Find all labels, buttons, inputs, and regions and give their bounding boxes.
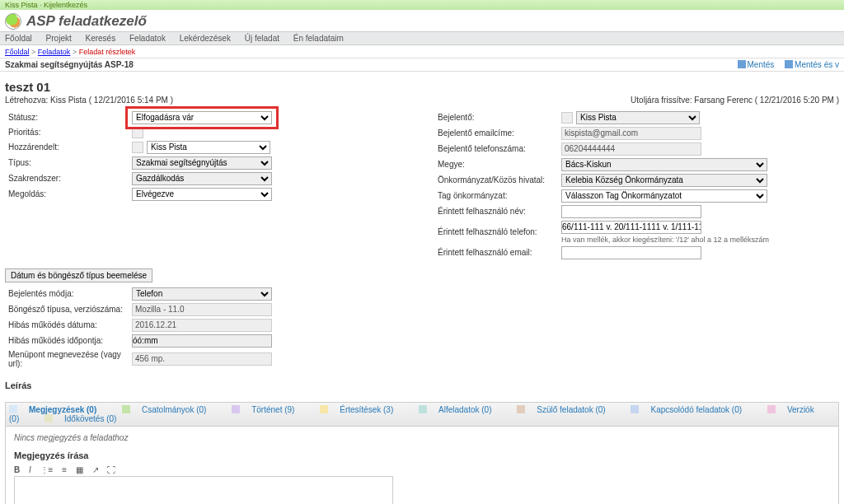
priority-label: Prioritás: <box>5 125 129 139</box>
tag-select[interactable]: Válasszon Tag Önkormányzatot <box>561 189 767 203</box>
version-icon <box>767 405 776 413</box>
sol-select[interactable]: Elvégezve <box>132 188 272 201</box>
crumb-current: Feladat részletek <box>79 48 136 56</box>
no-comments-text: Nincs megjegyzés a feladathoz <box>14 433 830 442</box>
bell-icon <box>320 405 328 413</box>
affuser-input[interactable] <box>561 205 701 218</box>
tab-comments[interactable]: Megjegyzések (0) <box>9 405 108 414</box>
menu-queries[interactable]: Lekérdezések <box>180 34 231 43</box>
menupt-readonly: 456 mp. <box>132 352 272 366</box>
dept-select[interactable]: Gazdálkodás <box>132 172 272 185</box>
phone-readonly: 06204444444 <box>561 142 701 156</box>
assignee-icon <box>132 142 143 153</box>
errdate-label: Hibás működés dátuma: <box>5 317 129 333</box>
link-icon <box>631 405 639 413</box>
browser-label: Böngésző típusa, verziószáma: <box>5 301 129 317</box>
reporter-select[interactable]: Kiss Pista <box>576 111 700 124</box>
menu-tasks[interactable]: Feladatok <box>129 34 166 43</box>
sol-label: Megoldás: <box>5 186 129 202</box>
brand-title: ASP feladatkezelő <box>26 13 147 30</box>
email-readonly: kispista@gmail.com <box>561 127 701 140</box>
office-select[interactable]: Kelebia Község Önkormányzata <box>561 174 767 187</box>
title-bar: Szakmai segítségnyújtás ASP-18 Mentés Me… <box>0 60 844 69</box>
insert-date-browser-button[interactable]: Dátum és böngésző típus beemelése <box>5 268 152 282</box>
mode-select[interactable]: Telefon <box>132 287 272 301</box>
errtime-label: Hibás működés időpontja: <box>5 333 129 348</box>
main-menu: Főoldal Projekt Keresés Feladatok Lekérd… <box>0 31 844 45</box>
editor-toolbar: B I ⋮≡ ≡ ▦ ↗ ⛶ <box>14 465 830 474</box>
right-fields: Bejelentő: Kiss Pista Bejelentő emailcím… <box>434 110 839 260</box>
tab-history[interactable]: Történet (9) <box>232 405 306 414</box>
tab-attachments[interactable]: Csatolmányok (0) <box>122 405 218 414</box>
menu-mytasks[interactable]: Én feladataim <box>293 34 344 43</box>
save-close-link[interactable]: Mentés és v <box>785 60 839 69</box>
reporter-label: Bejelentő: <box>434 110 558 125</box>
description-heading: Leírás <box>5 380 839 390</box>
crumb-home[interactable]: Főoldal <box>5 48 30 56</box>
priority-color-icon <box>132 127 143 138</box>
write-comment-heading: Megjegyzés írása <box>14 450 830 460</box>
left-fields: Státusz: Elfogadásra vár Prioritás: Hoz <box>5 110 410 202</box>
affphone-label: Érintett felhasználó telefon: <box>434 219 558 245</box>
comment-icon <box>9 405 17 413</box>
bold-button[interactable]: B <box>14 465 20 474</box>
affphone-input[interactable] <box>561 221 701 234</box>
parent-icon <box>517 405 525 413</box>
brand-logo-icon <box>5 13 21 30</box>
assignee-select[interactable]: Kiss Pista <box>147 141 270 154</box>
crumb-sep1: > <box>31 48 35 56</box>
reporter-icon <box>561 112 573 124</box>
crumb-sep2: > <box>73 48 77 56</box>
affemail-input[interactable] <box>561 246 701 259</box>
errdate-readonly: 2016.12.21 <box>132 319 272 332</box>
save-link[interactable]: Mentés <box>738 60 775 69</box>
details-tabs: Megjegyzések (0) Csatolmányok (0) Történ… <box>5 402 839 504</box>
tag-label: Tag önkormányzat: <box>434 188 558 203</box>
crumb-tasks[interactable]: Feladatok <box>38 48 71 56</box>
logout-link[interactable]: Kijelentkezés <box>44 1 87 9</box>
assignee-label: Hozzárendelt: <box>5 139 129 155</box>
phone-label: Bejelentő telefonszáma: <box>434 141 558 156</box>
dept-label: Szakrendszer: <box>5 170 129 186</box>
affemail-label: Érintett felhasználó email: <box>434 245 558 260</box>
list-ul-button[interactable]: ⋮≡ <box>40 465 54 474</box>
errtime-input[interactable] <box>132 334 272 348</box>
menu-newtask[interactable]: Új feladat <box>245 34 279 43</box>
italic-button[interactable]: I <box>29 465 31 474</box>
extra-fields: Bejelentés módja: Telefon Böngésző típus… <box>5 286 275 369</box>
office-label: Önkormányzat/Közös hivatal: <box>434 172 558 188</box>
link-button[interactable]: ↗ <box>92 465 99 474</box>
subtask-icon <box>419 405 427 413</box>
created-meta: Létrehozva: Kiss Pista ( 12/21/2016 5:14… <box>5 96 173 105</box>
tab-parent[interactable]: Szülő feladatok (0) <box>517 405 617 414</box>
county-label: Megye: <box>434 156 558 172</box>
comment-editor[interactable] <box>14 476 393 504</box>
task-subtitle: teszt 01 <box>5 80 839 94</box>
tab-subtasks[interactable]: Alfeladatok (0) <box>419 405 503 414</box>
fullscreen-button[interactable]: ⛶ <box>107 465 115 474</box>
attachment-icon <box>122 405 130 413</box>
clock-icon <box>45 414 53 422</box>
status-label: Státusz: <box>5 110 129 125</box>
image-button[interactable]: ▦ <box>76 465 83 474</box>
user-link[interactable]: Kiss Pista <box>5 1 38 9</box>
task-id-title: Szakmai segítségnyújtás ASP-18 <box>5 60 134 69</box>
menu-project[interactable]: Projekt <box>46 34 72 43</box>
type-select[interactable]: Szakmai segítségnyújtás <box>132 156 272 170</box>
county-select[interactable]: Bács-Kiskun <box>561 158 767 171</box>
save-links: Mentés Mentés és v <box>729 60 840 69</box>
save-icon <box>738 60 746 68</box>
tab-related[interactable]: Kapcsolódó feladatok (0) <box>631 405 753 414</box>
tab-notifications[interactable]: Értesítések (3) <box>320 405 405 414</box>
mode-label: Bejelentés módja: <box>5 286 129 301</box>
affphone-help: Ha van mellék, akkor kiegészíteni: '/12'… <box>561 236 836 244</box>
list-ol-button[interactable]: ≡ <box>62 465 67 474</box>
tab-timetrack[interactable]: Időkövetés (0) <box>45 414 128 423</box>
email-label: Bejelentő emailcíme: <box>434 125 558 141</box>
brand-row: ASP feladatkezelő <box>0 10 844 31</box>
menu-home[interactable]: Főoldal <box>5 34 32 43</box>
affuser-label: Érintett felhasználó név: <box>434 203 558 219</box>
menu-search[interactable]: Keresés <box>86 34 116 43</box>
status-select[interactable]: Elfogadásra vár <box>132 111 272 124</box>
browser-readonly: Mozilla - 11.0 <box>132 303 272 316</box>
